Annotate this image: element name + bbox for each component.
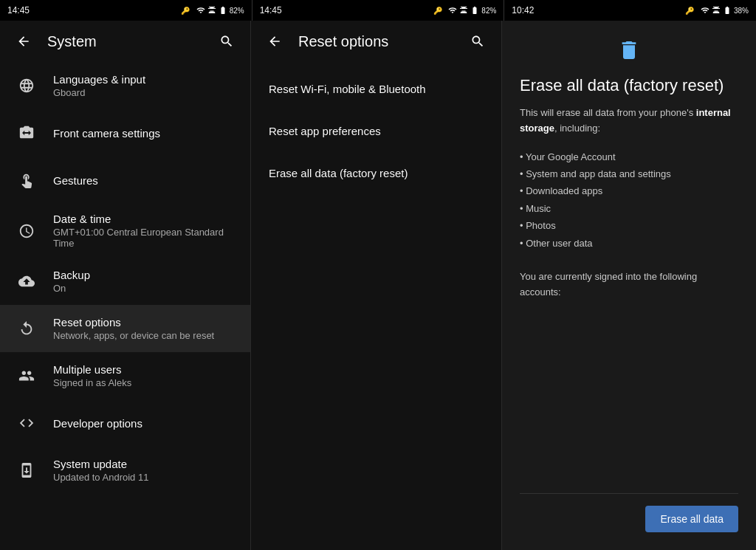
- gestures-icon: [12, 165, 41, 195]
- panel-1-title: System: [47, 33, 203, 50]
- users-subtitle: Signed in as Aleks: [53, 377, 238, 388]
- status-bars: 14:45 🔑 82% 14:45 🔑 82% 10:42 🔑 38%: [0, 0, 756, 21]
- erase-description: This will erase all data from your phone…: [520, 106, 738, 137]
- reset-title: Reset options: [53, 316, 238, 329]
- languages-title: Languages & input: [53, 73, 238, 86]
- erase-all-item[interactable]: Erase all data (factory reset): [251, 152, 501, 194]
- erase-icon-area: [520, 38, 738, 67]
- reset-app-prefs-item[interactable]: Reset app preferences: [251, 110, 501, 152]
- camera-text: Front camera settings: [53, 127, 238, 140]
- settings-item-gestures[interactable]: Gestures: [0, 157, 250, 204]
- erase-title: Erase all data (factory reset): [520, 76, 738, 95]
- update-text: System update Updated to Android 11: [53, 458, 238, 483]
- time-2: 14:45: [260, 5, 282, 16]
- panel-1-header: System: [0, 21, 250, 62]
- settings-item-backup[interactable]: Backup On: [0, 258, 250, 305]
- datetime-text: Date & time GMT+01:00 Central European S…: [53, 213, 238, 249]
- backup-title: Backup: [53, 269, 238, 281]
- back-button-2[interactable]: [263, 30, 286, 53]
- accounts-text: You are currently signed into the follow…: [520, 271, 697, 298]
- camera-title: Front camera settings: [53, 127, 238, 140]
- datetime-subtitle: GMT+01:00 Central European Standard Time: [53, 227, 238, 249]
- erase-list-item-5: • Photos: [520, 217, 738, 234]
- update-subtitle: Updated to Android 11: [53, 472, 238, 483]
- erase-list-item-4: • Music: [520, 200, 738, 217]
- panel-erase: Erase all data (factory reset) This will…: [502, 21, 756, 550]
- settings-item-camera[interactable]: Front camera settings: [0, 109, 250, 157]
- gestures-title: Gestures: [53, 174, 238, 187]
- accounts-section: You are currently signed into the follow…: [520, 269, 738, 300]
- settings-item-reset[interactable]: Reset options Network, apps, or device c…: [0, 305, 250, 352]
- search-button-1[interactable]: [215, 30, 238, 53]
- reset-wifi-item[interactable]: Reset Wi-Fi, mobile & Bluetooth: [251, 68, 501, 110]
- camera-icon: [12, 118, 41, 148]
- reset-text: Reset options Network, apps, or device c…: [53, 316, 238, 341]
- trash-icon: [617, 38, 641, 67]
- erase-list-item-3: • Downloaded apps: [520, 182, 738, 199]
- languages-subtitle: Gboard: [53, 87, 238, 98]
- users-text: Multiple users Signed in as Aleks: [53, 363, 238, 388]
- erase-list-item-2: • System and app data and settings: [520, 165, 738, 182]
- erase-list: • Your Google Account • System and app d…: [520, 148, 738, 252]
- back-button-1[interactable]: [12, 30, 35, 53]
- reset-options-list: Reset Wi-Fi, mobile & Bluetooth Reset ap…: [251, 62, 501, 550]
- icons-2: 🔑 82%: [433, 6, 497, 15]
- users-title: Multiple users: [53, 363, 238, 376]
- globe-icon: [12, 71, 41, 100]
- time-3: 10:42: [512, 5, 534, 16]
- update-title: System update: [53, 458, 238, 470]
- settings-item-update[interactable]: System update Updated to Android 11: [0, 447, 250, 494]
- backup-icon: [12, 267, 41, 296]
- erase-footer: Erase all data: [520, 493, 738, 532]
- erase-list-item-1: • Your Google Account: [520, 148, 738, 165]
- erase-all-button[interactable]: Erase all data: [645, 506, 738, 532]
- backup-text: Backup On: [53, 269, 238, 294]
- settings-item-datetime[interactable]: Date & time GMT+01:00 Central European S…: [0, 204, 250, 258]
- settings-list: Languages & input Gboard Front camera se…: [0, 62, 250, 550]
- erase-desc-suffix: , including:: [554, 123, 600, 134]
- panel-reset: Reset options Reset Wi-Fi, mobile & Blue…: [251, 21, 502, 550]
- backup-subtitle: On: [53, 283, 238, 294]
- gestures-text: Gestures: [53, 174, 238, 187]
- search-button-2[interactable]: [466, 30, 489, 53]
- datetime-title: Date & time: [53, 213, 238, 225]
- settings-item-languages[interactable]: Languages & input Gboard: [0, 62, 250, 109]
- main-content: System Languages & input Gboard: [0, 21, 756, 550]
- people-icon: [12, 361, 41, 391]
- developer-icon: [12, 408, 41, 438]
- panel-system: System Languages & input Gboard: [0, 21, 251, 550]
- reset-icon: [12, 314, 41, 343]
- reset-subtitle: Network, apps, or device can be reset: [53, 330, 238, 341]
- erase-desc-prefix: This will erase all data from your phone…: [520, 107, 696, 118]
- languages-text: Languages & input Gboard: [53, 73, 238, 98]
- settings-item-users[interactable]: Multiple users Signed in as Aleks: [0, 352, 250, 399]
- status-bar-1: 14:45 🔑 82%: [0, 0, 252, 21]
- panel-2-header: Reset options: [251, 21, 501, 62]
- icons-3: 🔑 38%: [685, 6, 749, 15]
- status-bar-2: 14:45 🔑 82%: [252, 0, 504, 21]
- system-update-icon: [12, 456, 41, 485]
- icons-1: 🔑 82%: [181, 6, 244, 15]
- settings-item-developer[interactable]: Developer options: [0, 399, 250, 447]
- clock-icon: [12, 216, 41, 246]
- developer-text: Developer options: [53, 417, 238, 430]
- time-1: 14:45: [7, 5, 30, 16]
- panel-2-title: Reset options: [298, 33, 454, 50]
- developer-title: Developer options: [53, 417, 238, 430]
- status-bar-3: 10:42 🔑 38%: [504, 0, 756, 21]
- erase-list-item-6: • Other user data: [520, 235, 738, 252]
